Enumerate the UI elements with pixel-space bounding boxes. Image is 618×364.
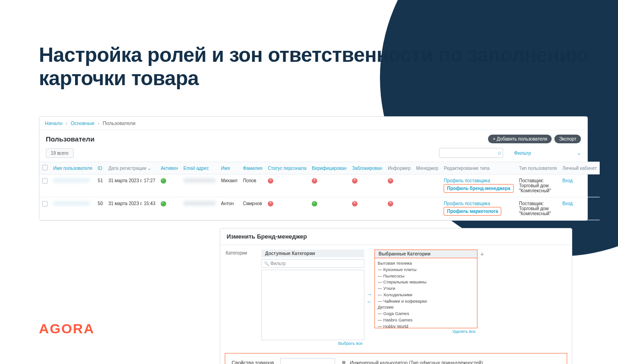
cross-icon xyxy=(352,201,358,206)
categories-label: Категории xyxy=(226,250,261,347)
username-blurred[interactable] xyxy=(53,178,90,183)
col-fname[interactable]: Имя xyxy=(218,162,240,174)
table-row: 51 31 марта 2023 г. 17:27 Михаил Попов П… xyxy=(39,174,600,197)
col-lname[interactable]: Фамилия xyxy=(240,162,265,174)
add-user-button[interactable]: Добавить пользователя xyxy=(488,135,552,143)
property-tag: 🗑 Инженерный калькулятор (Тип офисных пр… xyxy=(342,360,483,364)
username-blurred[interactable] xyxy=(53,201,90,206)
email-blurred xyxy=(184,178,216,183)
cross-icon xyxy=(268,178,273,184)
export-button[interactable]: Экспорт xyxy=(554,135,581,143)
available-list[interactable] xyxy=(261,270,364,340)
properties-input[interactable] xyxy=(280,358,335,364)
cross-icon xyxy=(268,201,273,206)
col-cabinet: Личный кабинет xyxy=(560,162,600,174)
col-edittype: Редактирование типа xyxy=(441,162,516,174)
col-usertype: Тип пользователя xyxy=(516,162,560,174)
brand-logo: AGORA xyxy=(39,321,95,337)
filter-link[interactable]: Фильтр xyxy=(514,150,531,156)
cross-icon xyxy=(352,178,358,184)
users-panel: Начало › Основные › Пользователи Пользов… xyxy=(39,116,588,221)
col-active[interactable]: Активен xyxy=(158,162,181,174)
select-all-checkbox[interactable] xyxy=(42,165,48,170)
users-table: Имя пользователя ID Дата регистрации ⌄ А… xyxy=(39,162,600,220)
chevron-down-icon[interactable]: ⌄ xyxy=(577,150,581,156)
selected-list[interactable]: Бытовая техника— Кухонные плиты— Пылесос… xyxy=(374,258,477,328)
check-icon xyxy=(312,201,317,206)
col-verified[interactable]: Верифицирован xyxy=(309,162,349,174)
cross-icon xyxy=(312,178,317,184)
breadcrumb-home[interactable]: Начало xyxy=(45,120,62,126)
panel-heading: Пользователи xyxy=(46,135,94,143)
profile-link[interactable]: Профиль поставщика xyxy=(444,201,513,206)
col-informer: Информер xyxy=(385,162,413,174)
search-wrap: ⌕ xyxy=(439,148,503,158)
enter-link[interactable]: Вход xyxy=(563,178,573,183)
trash-icon[interactable]: 🗑 xyxy=(342,360,347,364)
row-checkbox[interactable] xyxy=(42,201,48,206)
profile-highlight[interactable]: Профиль маркетолога xyxy=(444,207,501,216)
col-username[interactable]: Имя пользователя xyxy=(50,162,95,174)
product-properties-row: Свойства товаров 🗑 Инженерный калькулято… xyxy=(225,353,567,364)
table-row: 50 31 марта 2023 г. 15:43 Антон Смирнов … xyxy=(39,197,600,220)
col-staff[interactable]: Статус персонала xyxy=(265,162,309,174)
profile-highlight[interactable]: Профиль бренд-менеджера xyxy=(444,184,513,193)
email-blurred xyxy=(184,201,216,206)
arrow-right-icon[interactable]: → xyxy=(367,291,372,298)
count-badge: 19 всего xyxy=(46,148,74,158)
enter-link[interactable]: Вход xyxy=(563,201,573,206)
breadcrumb: Начало › Основные › Пользователи xyxy=(39,117,587,130)
row-checkbox[interactable] xyxy=(42,178,48,184)
profile-link[interactable]: Профиль поставщика xyxy=(444,178,513,183)
category-editor-panel: Изменить Бренд-менеджер Категории Доступ… xyxy=(220,228,572,364)
editor-heading: Изменить Бренд-менеджер xyxy=(220,228,572,245)
cross-icon xyxy=(388,201,393,206)
check-icon xyxy=(161,178,166,184)
col-regdate[interactable]: Дата регистрации ⌄ xyxy=(106,162,158,174)
breadcrumb-current: Пользователи xyxy=(103,120,136,126)
available-header: Доступные Категории xyxy=(261,250,364,257)
col-blocked[interactable]: Заблокирован xyxy=(349,162,385,174)
arrow-left-icon[interactable]: ← xyxy=(367,299,372,305)
plus-icon[interactable]: + xyxy=(477,250,487,347)
search-input[interactable] xyxy=(439,148,503,158)
remove-all-link[interactable]: Удалить все xyxy=(374,328,477,335)
breadcrumb-section[interactable]: Основные xyxy=(70,120,94,126)
selected-header: Выбранные Категории xyxy=(374,250,477,258)
search-icon[interactable]: ⌕ xyxy=(498,149,501,156)
col-email[interactable]: Email адрес xyxy=(181,162,218,174)
col-id[interactable]: ID xyxy=(95,162,106,174)
col-manager: Менеджер xyxy=(413,162,441,174)
properties-label: Свойства товаров xyxy=(232,360,274,364)
cross-icon xyxy=(388,178,393,184)
select-all-link[interactable]: Выбрать все xyxy=(261,340,364,347)
slide-title: Настройка ролей и зон ответственности по… xyxy=(39,43,618,90)
check-icon xyxy=(161,201,166,206)
category-filter-input[interactable]: Фильтр xyxy=(261,259,364,268)
